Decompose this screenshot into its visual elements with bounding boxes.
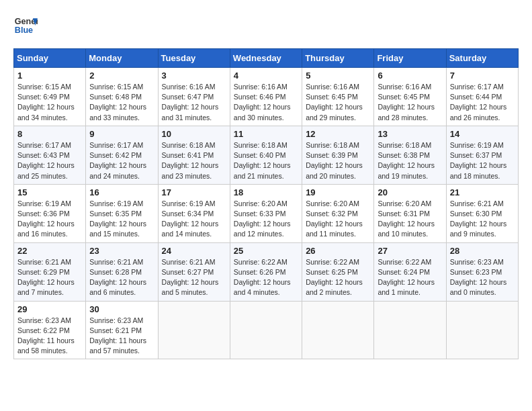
day-number: 27 xyxy=(378,246,442,256)
day-info: Sunrise: 6:19 AM Sunset: 6:35 PM Dayligh… xyxy=(89,199,154,240)
day-number: 7 xyxy=(450,71,515,81)
calendar-day: 14 Sunrise: 6:19 AM Sunset: 6:37 PM Dayl… xyxy=(446,126,518,184)
calendar-day: 24 Sunrise: 6:21 AM Sunset: 6:27 PM Dayl… xyxy=(158,242,230,301)
calendar-day: 18 Sunrise: 6:20 AM Sunset: 6:33 PM Dayl… xyxy=(230,184,302,242)
day-info: Sunrise: 6:23 AM Sunset: 6:22 PM Dayligh… xyxy=(17,316,82,357)
day-number: 13 xyxy=(378,129,442,139)
day-info: Sunrise: 6:19 AM Sunset: 6:34 PM Dayligh… xyxy=(162,199,226,240)
day-info: Sunrise: 6:16 AM Sunset: 6:45 PM Dayligh… xyxy=(378,82,442,123)
day-info: Sunrise: 6:23 AM Sunset: 6:21 PM Dayligh… xyxy=(89,316,154,357)
svg-text:Blue: Blue xyxy=(15,26,33,35)
day-number: 8 xyxy=(17,129,82,139)
calendar-day: 20 Sunrise: 6:20 AM Sunset: 6:31 PM Dayl… xyxy=(374,184,446,242)
calendar-day: 1 Sunrise: 6:15 AM Sunset: 6:49 PM Dayli… xyxy=(14,68,86,126)
day-info: Sunrise: 6:22 AM Sunset: 6:25 PM Dayligh… xyxy=(306,257,370,298)
day-number: 3 xyxy=(162,71,226,81)
logo-icon: General Blue xyxy=(13,13,38,38)
calendar-day: 29 Sunrise: 6:23 AM Sunset: 6:22 PM Dayl… xyxy=(14,301,86,359)
day-info: Sunrise: 6:19 AM Sunset: 6:37 PM Dayligh… xyxy=(450,140,515,181)
day-number: 28 xyxy=(450,246,515,256)
day-info: Sunrise: 6:15 AM Sunset: 6:49 PM Dayligh… xyxy=(17,82,82,123)
day-info: Sunrise: 6:22 AM Sunset: 6:24 PM Dayligh… xyxy=(378,257,442,298)
day-number: 25 xyxy=(234,246,298,256)
day-info: Sunrise: 6:16 AM Sunset: 6:45 PM Dayligh… xyxy=(306,82,370,123)
day-number: 9 xyxy=(89,129,154,139)
calendar-day: 4 Sunrise: 6:16 AM Sunset: 6:46 PM Dayli… xyxy=(230,68,302,126)
calendar-day: 21 Sunrise: 6:21 AM Sunset: 6:30 PM Dayl… xyxy=(446,184,518,242)
weekday-header: Sunday xyxy=(14,49,86,68)
day-number: 21 xyxy=(450,187,515,197)
weekday-header-row: SundayMondayTuesdayWednesdayThursdayFrid… xyxy=(14,49,519,68)
weekday-header: Friday xyxy=(374,49,446,68)
day-number: 4 xyxy=(234,71,298,81)
calendar: SundayMondayTuesdayWednesdayThursdayFrid… xyxy=(13,48,519,359)
day-number: 23 xyxy=(89,246,154,256)
empty-cell xyxy=(158,301,230,359)
calendar-day: 5 Sunrise: 6:16 AM Sunset: 6:45 PM Dayli… xyxy=(302,68,374,126)
logo: General Blue xyxy=(13,13,38,38)
day-info: Sunrise: 6:18 AM Sunset: 6:39 PM Dayligh… xyxy=(306,140,370,181)
calendar-day: 6 Sunrise: 6:16 AM Sunset: 6:45 PM Dayli… xyxy=(374,68,446,126)
day-info: Sunrise: 6:16 AM Sunset: 6:46 PM Dayligh… xyxy=(234,82,298,123)
calendar-day: 12 Sunrise: 6:18 AM Sunset: 6:39 PM Dayl… xyxy=(302,126,374,184)
day-info: Sunrise: 6:20 AM Sunset: 6:31 PM Dayligh… xyxy=(378,199,442,240)
day-info: Sunrise: 6:18 AM Sunset: 6:41 PM Dayligh… xyxy=(162,140,226,181)
day-number: 12 xyxy=(306,129,370,139)
calendar-day: 8 Sunrise: 6:17 AM Sunset: 6:43 PM Dayli… xyxy=(14,126,86,184)
day-info: Sunrise: 6:18 AM Sunset: 6:38 PM Dayligh… xyxy=(378,140,442,181)
day-info: Sunrise: 6:17 AM Sunset: 6:43 PM Dayligh… xyxy=(17,140,82,181)
calendar-day: 27 Sunrise: 6:22 AM Sunset: 6:24 PM Dayl… xyxy=(374,242,446,301)
day-info: Sunrise: 6:18 AM Sunset: 6:40 PM Dayligh… xyxy=(234,140,298,181)
day-number: 10 xyxy=(162,129,226,139)
weekday-header: Monday xyxy=(86,49,158,68)
day-info: Sunrise: 6:23 AM Sunset: 6:23 PM Dayligh… xyxy=(450,257,515,298)
day-info: Sunrise: 6:20 AM Sunset: 6:33 PM Dayligh… xyxy=(234,199,298,240)
day-number: 2 xyxy=(89,71,154,81)
calendar-day: 9 Sunrise: 6:17 AM Sunset: 6:42 PM Dayli… xyxy=(86,126,158,184)
day-number: 17 xyxy=(162,187,226,197)
empty-cell xyxy=(302,301,374,359)
day-info: Sunrise: 6:22 AM Sunset: 6:26 PM Dayligh… xyxy=(234,257,298,298)
day-info: Sunrise: 6:21 AM Sunset: 6:27 PM Dayligh… xyxy=(162,257,226,298)
calendar-day: 17 Sunrise: 6:19 AM Sunset: 6:34 PM Dayl… xyxy=(158,184,230,242)
empty-cell xyxy=(446,301,518,359)
day-info: Sunrise: 6:17 AM Sunset: 6:42 PM Dayligh… xyxy=(89,140,154,181)
day-number: 6 xyxy=(378,71,442,81)
day-info: Sunrise: 6:21 AM Sunset: 6:30 PM Dayligh… xyxy=(450,199,515,240)
day-number: 30 xyxy=(89,304,154,314)
day-number: 29 xyxy=(17,304,82,314)
day-number: 18 xyxy=(234,187,298,197)
header: General Blue xyxy=(13,13,519,38)
day-number: 14 xyxy=(450,129,515,139)
empty-cell xyxy=(374,301,446,359)
day-number: 5 xyxy=(306,71,370,81)
calendar-day: 15 Sunrise: 6:19 AM Sunset: 6:36 PM Dayl… xyxy=(14,184,86,242)
calendar-day: 11 Sunrise: 6:18 AM Sunset: 6:40 PM Dayl… xyxy=(230,126,302,184)
weekday-header: Thursday xyxy=(302,49,374,68)
weekday-header: Saturday xyxy=(446,49,518,68)
weekday-header: Wednesday xyxy=(230,49,302,68)
day-number: 24 xyxy=(162,246,226,256)
day-info: Sunrise: 6:19 AM Sunset: 6:36 PM Dayligh… xyxy=(17,199,82,240)
day-number: 22 xyxy=(17,246,82,256)
calendar-week-row: 8 Sunrise: 6:17 AM Sunset: 6:43 PM Dayli… xyxy=(14,126,519,184)
calendar-day: 22 Sunrise: 6:21 AM Sunset: 6:29 PM Dayl… xyxy=(14,242,86,301)
calendar-day: 13 Sunrise: 6:18 AM Sunset: 6:38 PM Dayl… xyxy=(374,126,446,184)
day-info: Sunrise: 6:21 AM Sunset: 6:28 PM Dayligh… xyxy=(89,257,154,298)
weekday-header: Tuesday xyxy=(158,49,230,68)
day-number: 16 xyxy=(89,187,154,197)
calendar-week-row: 22 Sunrise: 6:21 AM Sunset: 6:29 PM Dayl… xyxy=(14,242,519,301)
calendar-day: 7 Sunrise: 6:17 AM Sunset: 6:44 PM Dayli… xyxy=(446,68,518,126)
calendar-week-row: 15 Sunrise: 6:19 AM Sunset: 6:36 PM Dayl… xyxy=(14,184,519,242)
calendar-day: 26 Sunrise: 6:22 AM Sunset: 6:25 PM Dayl… xyxy=(302,242,374,301)
calendar-day: 25 Sunrise: 6:22 AM Sunset: 6:26 PM Dayl… xyxy=(230,242,302,301)
day-info: Sunrise: 6:17 AM Sunset: 6:44 PM Dayligh… xyxy=(450,82,515,123)
calendar-day: 3 Sunrise: 6:16 AM Sunset: 6:47 PM Dayli… xyxy=(158,68,230,126)
day-number: 20 xyxy=(378,187,442,197)
day-number: 19 xyxy=(306,187,370,197)
day-info: Sunrise: 6:16 AM Sunset: 6:47 PM Dayligh… xyxy=(162,82,226,123)
calendar-week-row: 29 Sunrise: 6:23 AM Sunset: 6:22 PM Dayl… xyxy=(14,301,519,359)
calendar-day: 16 Sunrise: 6:19 AM Sunset: 6:35 PM Dayl… xyxy=(86,184,158,242)
day-info: Sunrise: 6:15 AM Sunset: 6:48 PM Dayligh… xyxy=(89,82,154,123)
day-number: 11 xyxy=(234,129,298,139)
